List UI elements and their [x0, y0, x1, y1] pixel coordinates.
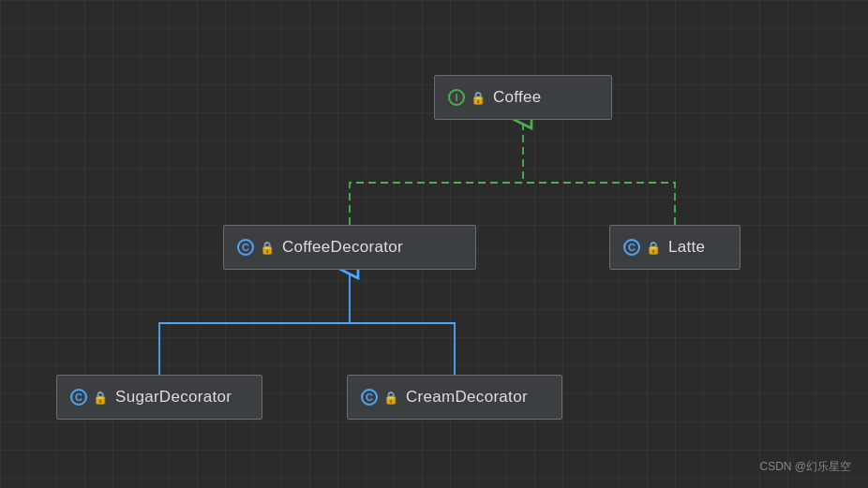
lock-icon-coffee: 🔒 [471, 91, 486, 105]
cream-decorator-node[interactable]: C 🔒 CreamDecorator [347, 375, 562, 420]
sugar-decorator-node[interactable]: C 🔒 SugarDecorator [56, 375, 262, 420]
lock-icon-decorator: 🔒 [260, 241, 275, 255]
lock-icon-cream: 🔒 [383, 391, 398, 405]
class-icon-decorator: C [237, 239, 254, 256]
watermark: CSDN @幻乐星空 [759, 459, 851, 475]
class-icon-latte: C [623, 239, 640, 256]
class-icon-cream: C [361, 389, 378, 406]
class-icon-sugar: C [70, 389, 87, 406]
cream-decorator-label: CreamDecorator [406, 388, 528, 407]
lock-icon-latte: 🔒 [646, 241, 661, 255]
latte-node[interactable]: C 🔒 Latte [609, 225, 741, 270]
coffee-decorator-label: CoffeeDecorator [282, 238, 403, 257]
sugar-decorator-label: SugarDecorator [115, 388, 232, 407]
latte-label: Latte [668, 238, 705, 257]
coffee-label: Coffee [493, 88, 542, 107]
sugar-to-coffee-decorator-arrow [159, 270, 350, 375]
interface-icon: I [448, 89, 465, 106]
coffee-node[interactable]: I 🔒 Coffee [434, 75, 612, 120]
lock-icon-sugar: 🔒 [93, 391, 108, 405]
latte-to-coffee-arrow [523, 183, 675, 225]
coffee-decorator-node[interactable]: C 🔒 CoffeeDecorator [223, 225, 476, 270]
coffee-decorator-to-coffee-arrow [350, 120, 523, 225]
cream-to-coffee-decorator-arrow [350, 323, 455, 375]
diagram-container: I 🔒 Coffee C 🔒 CoffeeDecorator C 🔒 Latte… [0, 0, 868, 488]
